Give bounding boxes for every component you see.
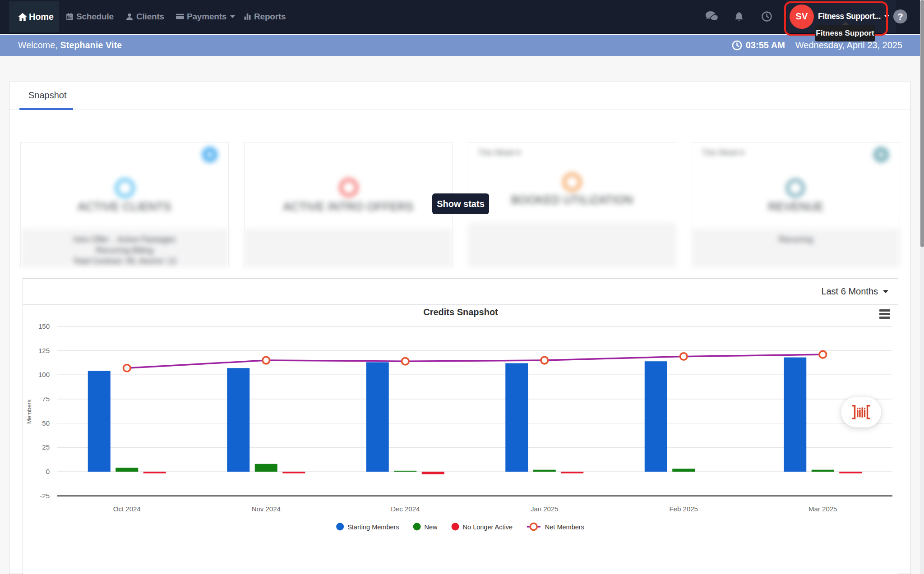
stat-card-revenue: This Week ▾REVENUERecurring: [692, 142, 900, 267]
bar[interactable]: [505, 363, 528, 472]
bar[interactable]: [672, 469, 695, 472]
card-title: ACTIVE INTRO OFFERS: [245, 200, 452, 213]
bar[interactable]: [394, 471, 416, 472]
history-button[interactable]: [761, 0, 772, 33]
legend-item-net-members[interactable]: Net Members: [527, 523, 584, 531]
card-title: BOOKED UTILIZATION: [468, 193, 676, 207]
nav-item-clients[interactable]: Clients: [125, 0, 164, 33]
legend-item-no-longer-active[interactable]: No Longer Active: [452, 523, 513, 531]
bar[interactable]: [812, 470, 834, 472]
svg-text:No Longer Active: No Longer Active: [463, 523, 513, 531]
y-tick-label: 75: [42, 395, 50, 403]
card-range-dropdown[interactable]: This Week ▾: [702, 148, 744, 157]
card-range-dropdown[interactable]: This Week ▾: [478, 148, 520, 157]
legend-item-new[interactable]: New: [413, 523, 438, 531]
bell-icon: [734, 11, 744, 22]
chart-title: Credits Snapshot: [423, 307, 498, 317]
caret-down-icon: [884, 14, 890, 18]
card-title: ACTIVE CLIENTS: [21, 200, 228, 213]
chart-body: 1501251007550250-25MembersCredits Snapsh…: [23, 305, 898, 574]
range-dropdown[interactable]: Last 6 Months: [821, 286, 889, 297]
person-icon: [125, 12, 134, 21]
top-navbar: Home Schedule Clients Payments Reports S…: [0, 0, 924, 34]
y-axis-title: Members: [26, 399, 32, 424]
help-button[interactable]: ?: [893, 9, 907, 23]
bar[interactable]: [533, 470, 556, 472]
chart-panel: Last 6 Months 1501251007550250-25Members…: [23, 278, 898, 574]
bar[interactable]: [255, 464, 277, 472]
blurred-card-content: ACTIVE INTRO OFFERS: [245, 142, 452, 267]
line-marker[interactable]: [263, 357, 270, 364]
line-marker[interactable]: [680, 353, 687, 360]
bar-chart-icon: [243, 12, 252, 21]
svg-text:Starting Members: Starting Members: [347, 523, 399, 531]
donut-spinner: [786, 179, 805, 197]
chart-menu-icon[interactable]: [879, 309, 890, 319]
y-tick-label: -25: [40, 492, 50, 500]
nav-item-schedule[interactable]: Schedule: [65, 0, 114, 33]
card-footer-line: Intro Offer .. Active Packages: [21, 234, 228, 245]
blurred-card-content: This Week ▾REVENUERecurring: [692, 142, 900, 267]
series-new: [116, 464, 834, 472]
stat-card-active-intro-offers: ACTIVE INTRO OFFERS: [244, 142, 453, 267]
line-marker[interactable]: [123, 364, 130, 372]
stat-card-booked-utilization: This Week ▾BOOKED UTILIZATION: [468, 142, 676, 267]
bar[interactable]: [282, 472, 305, 473]
card-footer: [468, 223, 676, 267]
bar[interactable]: [839, 472, 862, 473]
messages-button[interactable]: [705, 0, 719, 33]
chat-icon: [705, 11, 719, 22]
show-stats-button[interactable]: Show stats: [432, 193, 489, 214]
barcode-scan-icon: [852, 405, 870, 419]
line-marker[interactable]: [819, 351, 827, 358]
bar[interactable]: [422, 472, 444, 474]
nav-item-payments[interactable]: Payments: [176, 0, 236, 33]
donut-spinner: [563, 173, 582, 192]
range-label: Last 6 Months: [821, 286, 878, 297]
current-time: 03:55 AM: [732, 40, 785, 51]
tab-snapshot[interactable]: Snapshot: [28, 90, 67, 101]
current-date: Wednesday, April 23, 2025: [795, 40, 902, 51]
bar[interactable]: [561, 472, 583, 473]
clock-outline-icon: [732, 40, 742, 51]
nav-item-reports[interactable]: Reports: [243, 0, 286, 33]
time-text: 03:55 AM: [746, 40, 785, 51]
card-footer-line: Recurring Billing: [21, 245, 228, 256]
home-icon: [18, 13, 27, 21]
bar[interactable]: [88, 371, 111, 472]
x-axis-line: [57, 495, 892, 496]
page-scrollbar[interactable]: [920, 0, 924, 574]
y-tick-label: 50: [42, 419, 50, 427]
series-no-longer-active: [143, 472, 862, 474]
y-tick-label: 0: [46, 468, 50, 475]
bar[interactable]: [116, 468, 138, 472]
user-name: Fitness Support...: [818, 12, 881, 21]
bar[interactable]: [366, 362, 389, 472]
line-marker[interactable]: [541, 357, 548, 364]
gear-icon[interactable]: [201, 146, 218, 165]
y-tick-label: 25: [42, 443, 50, 451]
chart-header: Last 6 Months: [23, 279, 898, 305]
caret-down-icon: [882, 289, 889, 294]
nav-label-home: Home: [29, 12, 54, 22]
welcome-bar: Welcome, Stephanie Vite 03:55 AM Wednesd…: [0, 35, 924, 56]
nav-label-clients: Clients: [136, 12, 164, 22]
snapshot-panel: Snapshot ACTIVE CLIENTSIntro Offer .. Ac…: [9, 82, 911, 574]
bar[interactable]: [645, 361, 667, 472]
bar[interactable]: [227, 368, 249, 472]
notifications-button[interactable]: [734, 0, 744, 33]
card-footer: Recurring: [692, 229, 900, 267]
line-marker[interactable]: [402, 358, 409, 365]
x-tick-label: Mar 2025: [808, 505, 837, 513]
scrollbar-thumb[interactable]: [920, 0, 924, 247]
clock-icon: [761, 11, 772, 22]
gear-icon[interactable]: [873, 146, 890, 165]
tabs-row: Snapshot: [9, 82, 910, 110]
bar[interactable]: [143, 472, 166, 473]
bar[interactable]: [784, 358, 806, 472]
blurred-card-content: This Week ▾BOOKED UTILIZATION: [468, 142, 676, 267]
scribe-widget[interactable]: [841, 397, 881, 427]
legend-item-starting-members[interactable]: Starting Members: [336, 523, 399, 531]
y-tick-label: 150: [38, 322, 50, 330]
nav-item-home[interactable]: Home: [9, 1, 59, 32]
